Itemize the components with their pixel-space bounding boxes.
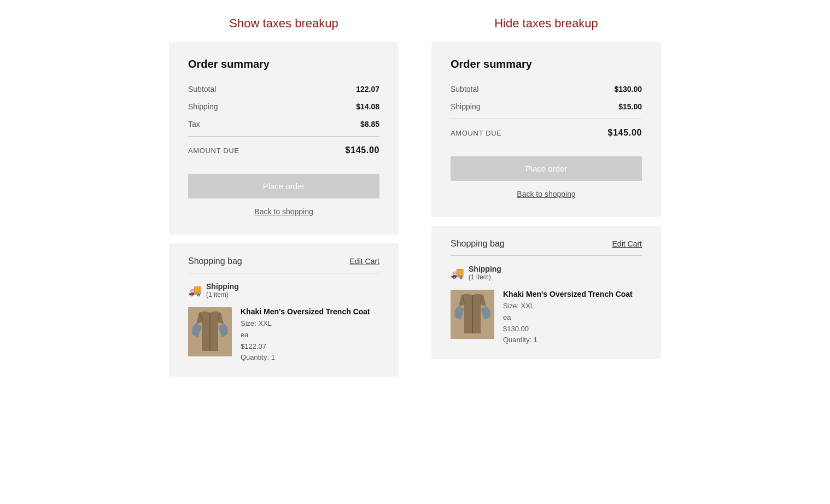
left-product-unit: ea xyxy=(241,331,248,339)
right-shipping-value: $15.00 xyxy=(618,102,642,111)
left-shipping-row: Shipping $14.08 xyxy=(188,98,379,115)
right-amount-due-row: AMOUNT DUE $145.00 xyxy=(451,122,642,143)
right-product-name: Khaki Men's Oversized Trench Coat xyxy=(503,290,642,298)
left-shopping-bag-card: Shopping bag Edit Cart 🚚 Shipping (1 ite… xyxy=(169,243,399,377)
left-item-count: (1 item) xyxy=(206,291,239,298)
left-product-quantity: Quantity: 1 xyxy=(241,353,275,361)
right-product-meta: Size: XXL ea $130.00 Quantity: 1 xyxy=(503,301,642,346)
left-product-name: Khaki Men's Oversized Trench Coat xyxy=(241,307,379,316)
right-order-summary-card: Order summary Subtotal $130.00 Shipping … xyxy=(431,42,661,217)
left-shopping-bag-title: Shopping bag xyxy=(188,256,242,266)
left-product-size: Size: XXL xyxy=(241,319,272,327)
right-item-count: (1 item) xyxy=(469,273,501,281)
left-product-price: $122.07 xyxy=(241,342,266,350)
right-shipping-info: Shipping (1 item) xyxy=(469,265,501,281)
left-divider xyxy=(188,136,379,137)
right-shopping-bag-title: Shopping bag xyxy=(451,239,505,249)
right-shipping-section-label: Shipping xyxy=(469,265,501,273)
right-panel: Hide taxes breakup Order summary Subtota… xyxy=(431,16,661,377)
left-amount-due-row: AMOUNT DUE $145.00 xyxy=(188,140,379,161)
left-amount-due-label: AMOUNT DUE xyxy=(188,146,239,155)
right-subtotal-row: Subtotal $130.00 xyxy=(451,80,642,98)
left-panel-title: Show taxes breakup xyxy=(169,16,399,31)
page-container: Show taxes breakup Order summary Subtota… xyxy=(87,16,743,377)
left-product-meta: Size: XXL ea $122.07 Quantity: 1 xyxy=(241,318,379,364)
left-order-summary-heading: Order summary xyxy=(188,58,379,71)
right-subtotal-value: $130.00 xyxy=(614,85,642,93)
left-order-summary-card: Order summary Subtotal 122.07 Shipping $… xyxy=(169,42,399,235)
right-product-image xyxy=(451,290,494,339)
right-amount-due-label: AMOUNT DUE xyxy=(451,129,502,137)
right-edit-cart-button[interactable]: Edit Cart xyxy=(612,239,642,248)
left-edit-cart-button[interactable]: Edit Cart xyxy=(350,257,379,266)
right-subtotal-label: Subtotal xyxy=(451,85,478,93)
left-shipping-section-label: Shipping xyxy=(206,282,239,291)
left-product-row: Khaki Men's Oversized Trench Coat Size: … xyxy=(188,307,379,364)
right-amount-due-value: $145.00 xyxy=(608,128,642,138)
right-product-unit: ea xyxy=(503,313,511,321)
left-shipping-info: Shipping (1 item) xyxy=(206,282,239,298)
right-panel-title: Hide taxes breakup xyxy=(431,16,661,31)
left-shipping-value: $14.08 xyxy=(356,102,379,111)
right-order-summary-heading: Order summary xyxy=(451,58,642,71)
right-shopping-bag-header: Shopping bag Edit Cart xyxy=(451,239,642,249)
right-divider xyxy=(451,119,642,119)
left-tax-label: Tax xyxy=(188,120,200,128)
left-back-to-shopping-link[interactable]: Back to shopping xyxy=(188,207,379,216)
left-subtotal-value: 122.07 xyxy=(356,85,379,93)
right-product-row: Khaki Men's Oversized Trench Coat Size: … xyxy=(451,290,642,346)
left-truck-icon: 🚚 xyxy=(188,284,202,297)
left-shipping-label: Shipping xyxy=(188,102,218,111)
left-shopping-bag-header: Shopping bag Edit Cart xyxy=(188,256,379,266)
left-subtotal-label: Subtotal xyxy=(188,85,216,93)
right-shopping-bag-card: Shopping bag Edit Cart 🚚 Shipping (1 ite… xyxy=(431,226,661,359)
right-shipping-section: 🚚 Shipping (1 item) xyxy=(451,265,642,281)
left-product-details: Khaki Men's Oversized Trench Coat Size: … xyxy=(241,307,379,364)
left-shipping-section: 🚚 Shipping (1 item) xyxy=(188,282,379,298)
right-place-order-button[interactable]: Place order xyxy=(451,156,642,181)
right-product-size: Size: XXL xyxy=(503,302,534,310)
right-truck-icon: 🚚 xyxy=(451,266,464,279)
left-place-order-button[interactable]: Place order xyxy=(188,174,379,198)
right-product-details: Khaki Men's Oversized Trench Coat Size: … xyxy=(503,290,642,346)
left-tax-row: Tax $8.85 xyxy=(188,115,379,133)
left-subtotal-row: Subtotal 122.07 xyxy=(188,80,379,98)
right-bag-divider xyxy=(451,255,642,256)
right-shipping-label: Shipping xyxy=(451,102,481,111)
right-back-to-shopping-link[interactable]: Back to shopping xyxy=(451,190,642,198)
left-tax-value: $8.85 xyxy=(360,120,379,128)
right-product-quantity: Quantity: 1 xyxy=(503,336,537,344)
left-bag-divider xyxy=(188,273,379,273)
left-panel: Show taxes breakup Order summary Subtota… xyxy=(169,16,399,377)
right-product-price: $130.00 xyxy=(503,325,529,333)
left-amount-due-value: $145.00 xyxy=(346,145,379,155)
left-product-image xyxy=(188,307,232,356)
right-shipping-row: Shipping $15.00 xyxy=(451,98,642,115)
